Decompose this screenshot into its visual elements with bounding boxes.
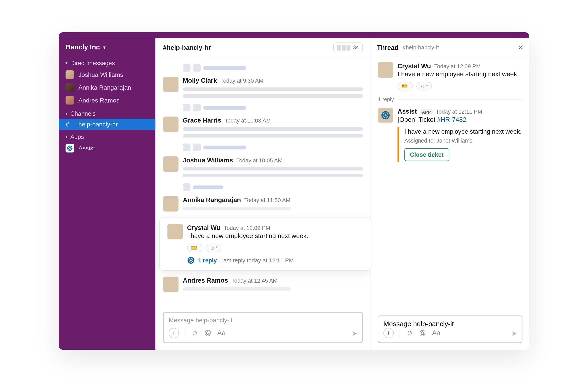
avatar <box>378 107 393 123</box>
avatar <box>163 196 178 212</box>
message-item[interactable]: Andres Ramos Today at 12:45 AM <box>163 276 363 292</box>
app-item-assist[interactable]: Assist <box>59 142 155 155</box>
composer-placeholder: Message help-bancly-it <box>383 320 517 328</box>
close-ticket-button[interactable]: Close ticket <box>404 148 449 161</box>
placeholder-line <box>183 127 363 131</box>
message-composer[interactable]: Message help-bancly-it + ☺ @ Aa ➤ <box>163 312 363 343</box>
ticket-link[interactable]: #HR-7482 <box>437 116 466 123</box>
thread-channel[interactable]: #help-bancly-it <box>403 44 439 51</box>
svg-point-5 <box>384 114 387 117</box>
reaction-ticket[interactable]: 🎫 <box>398 82 413 90</box>
send-icon[interactable]: ➤ <box>352 329 357 337</box>
placeholder-line <box>183 87 363 91</box>
placeholder-row <box>183 104 363 111</box>
attach-button[interactable]: + <box>383 328 394 338</box>
lifebuoy-icon <box>65 144 74 152</box>
thread-pane: Thread #help-bancly-it ✕ Crystal Wu Toda… <box>371 38 529 350</box>
timestamp: Today at 12:45 AM <box>231 277 278 284</box>
avatar <box>163 276 178 292</box>
thread-composer[interactable]: Message help-bancly-it + ☺ @ Aa ➤ <box>378 316 523 343</box>
hash-icon: # <box>65 121 74 127</box>
dm-name: Annika Rangarajan <box>78 84 131 91</box>
reactions-row: 🎫 ☺⁺ <box>187 244 363 252</box>
dm-name: Andres Ramos <box>78 97 119 104</box>
author-name: Joshua Williams <box>183 156 233 164</box>
timestamp: Today at 12:09 PM <box>224 225 270 231</box>
reply-separator: 1 reply <box>378 96 523 103</box>
message-item[interactable]: Joshua Williams Today at 10:05 AM <box>163 156 363 177</box>
assigned-to: Assigned to: Janet Williams <box>404 138 523 144</box>
send-icon[interactable]: ➤ <box>511 329 517 337</box>
avatar <box>163 117 178 132</box>
message-feed[interactable]: Molly Clark Today at 9:30 AM Grace Harr <box>155 57 371 312</box>
avatar <box>163 156 178 172</box>
author-name: Grace Harris <box>183 117 221 124</box>
separator <box>185 329 185 337</box>
close-icon[interactable]: ✕ <box>518 43 524 52</box>
formatting-icon[interactable]: Aa <box>217 329 226 337</box>
section-apps[interactable]: ▾ Apps <box>59 130 155 142</box>
member-count[interactable]: 34 <box>333 42 363 53</box>
placeholder-row <box>183 144 363 151</box>
timestamp: Today at 10:03 AM <box>225 117 271 124</box>
avatar <box>65 83 74 92</box>
author-name: Crystal Wu <box>398 62 431 69</box>
members-icon <box>337 44 350 50</box>
thread-body[interactable]: Crystal Wu Today at 12:09 PM I have a ne… <box>371 57 529 311</box>
section-label: Apps <box>70 133 84 140</box>
reaction-ticket[interactable]: 🎫 <box>187 244 202 252</box>
mention-icon[interactable]: @ <box>204 329 211 337</box>
add-reaction-button[interactable]: ☺⁺ <box>206 244 221 252</box>
app-window: Bancly Inc ▾ ▾ Direct messages Joshua Wi… <box>59 32 529 350</box>
highlighted-message-card[interactable]: Crystal Wu Today at 12:09 PM I have a ne… <box>159 217 371 271</box>
lifebuoy-icon <box>187 256 195 264</box>
emoji-icon[interactable]: ☺ <box>406 329 413 337</box>
composer-placeholder: Message help-bancly-it <box>168 317 357 324</box>
workspace-name: Bancly Inc <box>65 43 100 51</box>
chevron-down-icon: ▾ <box>103 44 106 50</box>
workspace-switcher[interactable]: Bancly Inc ▾ <box>59 38 155 56</box>
channel-title[interactable]: #help-bancly-hr <box>163 44 211 51</box>
message-text: I have a new employee starting next week… <box>398 70 522 78</box>
section-direct-messages[interactable]: ▾ Direct messages <box>59 56 155 68</box>
avatar <box>65 70 74 79</box>
message-item[interactable]: Grace Harris Today at 10:03 AM <box>163 117 363 138</box>
author-name: Andres Ramos <box>183 276 228 284</box>
placeholder-line <box>183 167 363 170</box>
thread-summary[interactable]: 1 reply Last reply today at 12:11 PM <box>187 256 363 264</box>
reply-count-label: 1 reply <box>378 96 394 103</box>
caret-down-icon: ▾ <box>65 61 68 65</box>
emoji-icon[interactable]: ☺ <box>191 329 198 337</box>
section-label: Direct messages <box>70 60 115 66</box>
ticket-status-prefix: [Open] Ticket <box>398 116 437 123</box>
attach-button[interactable]: + <box>168 328 179 338</box>
dm-item[interactable]: Annika Rangarajan <box>59 81 155 94</box>
channel-item-help-bancly-hr[interactable]: # help-bancly-hr <box>59 119 155 130</box>
avatar <box>168 224 183 239</box>
thread-title: Thread <box>377 44 399 51</box>
formatting-icon[interactable]: Aa <box>432 329 441 337</box>
ticket-quote-block: I have a new employee starting next week… <box>398 127 522 162</box>
mention-icon[interactable]: @ <box>419 329 426 337</box>
thread-reply[interactable]: Assist APP Today at 12:11 PM [Open] Tick… <box>378 107 523 162</box>
message-item[interactable]: Molly Clark Today at 9:30 AM <box>163 77 363 98</box>
dm-name: Joshua Williams <box>78 71 123 78</box>
section-channels[interactable]: ▾ Channels <box>59 107 155 119</box>
add-reaction-button[interactable]: ☺⁺ <box>416 82 432 90</box>
thread-parent-message[interactable]: Crystal Wu Today at 12:09 PM I have a ne… <box>378 62 523 90</box>
dm-item[interactable]: Andres Ramos <box>59 94 155 107</box>
timestamp: Today at 12:09 PM <box>434 63 481 69</box>
member-count-value: 34 <box>353 44 359 51</box>
last-reply-time: Last reply today at 12:11 PM <box>220 257 294 264</box>
app-badge: APP <box>420 109 432 115</box>
author-name: Molly Clark <box>183 77 217 84</box>
message-item[interactable]: Annika Rangarajan Today at 11:50 AM <box>163 196 363 212</box>
channel-header: #help-bancly-hr 34 <box>155 38 371 57</box>
placeholder-line <box>183 94 363 98</box>
dm-item[interactable]: Joshua Williams <box>59 68 155 81</box>
reply-count: 1 reply <box>198 257 217 264</box>
avatar <box>65 96 74 105</box>
placeholder-line <box>183 134 363 138</box>
placeholder-row <box>183 183 363 191</box>
sidebar: Bancly Inc ▾ ▾ Direct messages Joshua Wi… <box>59 38 155 350</box>
